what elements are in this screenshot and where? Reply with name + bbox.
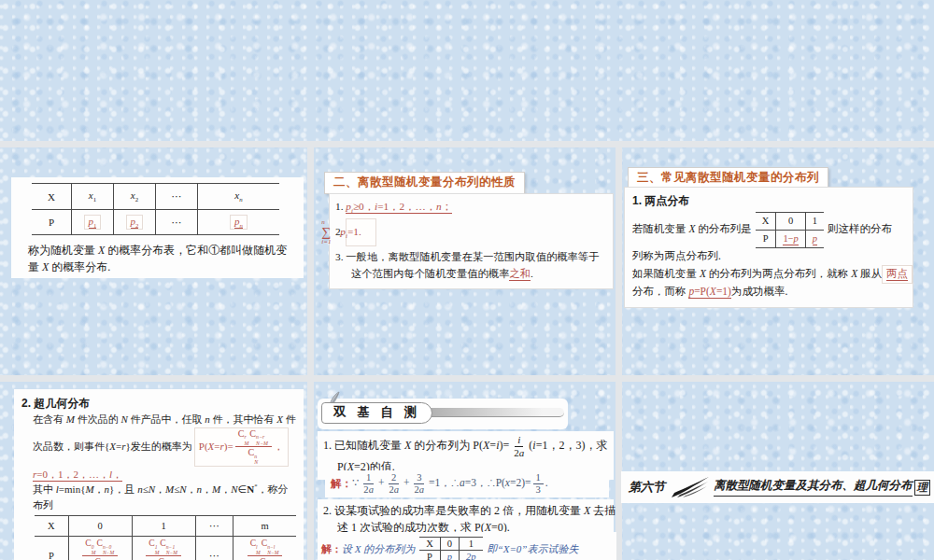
section-number: 第六节 [629, 479, 665, 496]
table-cell: 0 [68, 516, 132, 537]
table-cell: pn [198, 210, 280, 235]
table-cell: p [805, 230, 824, 247]
distribution-table: X x1 x2 ⋯ xn P p1 p2 ⋯ pn [32, 183, 279, 235]
text-line: 其中 l=min{M，n}，且 n≤N，M≤N，n，M，N∈N*，称分 [21, 482, 296, 497]
solution-table: X 0 1 P p 2p [419, 537, 482, 560]
text-line: 则这样的分布 [828, 221, 892, 238]
solution-body: ∵12a+22a+32a=1，∴a=3，∴P(x=2)=13. [352, 472, 548, 496]
solution-body: 即“X=0”表示试验失 [488, 542, 579, 556]
table-cell: ClMCn−lN−MCnN [234, 537, 296, 560]
table-cell: P [35, 537, 68, 560]
text-line: r=0，1，2，…，l， [21, 467, 296, 483]
horizontal-divider [0, 141, 934, 147]
solution-2: 解： 设 X 的分布列为 X 0 1 P p 2p 即“X=0”表示试验失 [318, 532, 616, 560]
subject-tag: 理 [914, 480, 931, 496]
table-caption: 称为随机变量 X 的概率分布表，它和①都叫做随机变量 X 的概率分布. [28, 242, 296, 275]
swoosh-icon [671, 476, 710, 498]
vertical-divider [307, 141, 314, 560]
table-cell: m [234, 516, 296, 537]
table-cell: 1 [460, 538, 483, 551]
table-cell: p1 [72, 210, 114, 235]
table-cell: X [756, 212, 776, 230]
table-cell: 1 [805, 212, 824, 230]
subsection-title: 1. 两点分布 [632, 192, 905, 210]
item-text: pi≥0，i=1，2，…，n； [346, 201, 452, 214]
table-cell: x1 [72, 184, 114, 210]
table-cell: 1−p [776, 230, 805, 247]
table-cell: P [32, 210, 72, 235]
table-cell: ⋯ [156, 210, 198, 235]
item-number: 3. [335, 251, 343, 262]
item-text: 一般地，离散型随机变量在某一范围内取值的概率等于这个范围内每个随机变量值的概率之… [346, 251, 599, 281]
property-item: 2. n∑i=1pi=1. [335, 218, 607, 246]
banner-title: 双 基 自 测 [321, 402, 432, 424]
horizontal-divider [0, 375, 934, 382]
table-cell: C1MCn−1N−MCnN [132, 537, 195, 560]
table-cell: X [32, 184, 72, 210]
slide-handout-page: X x1 x2 ⋯ xn P p1 p2 ⋯ pn 称为随机变量 X 的概率分布… [0, 0, 934, 560]
text-segment: 次品数，则事件{X=r}发生的概率为 [33, 439, 192, 455]
table-cell: X [35, 516, 68, 537]
table-cell: ⋯ [156, 184, 198, 210]
section-title-strip: 第六节 离散型随机变量及其分布、超几何分布 理 [621, 471, 934, 503]
solution-text: 解： ∵12a+22a+32a=1，∴a=3，∴P(x=2)=13. [331, 472, 603, 496]
chapter-title: 离散型随机变量及其分布、超几何分布 [714, 478, 913, 497]
table-cell: P [419, 551, 440, 560]
self-test-banner: 双 基 自 测 [318, 399, 568, 429]
item-number: 1. [335, 201, 343, 212]
table-cell: X [419, 538, 440, 551]
two-point-table: X 0 1 P 1−p p [756, 212, 824, 249]
text-line: 分布，而称 p=P(X=1)为成功概率. [632, 284, 905, 301]
text-line: 如果随机变量 X 的分布列为两点分布列，就称 X 服从两点 [632, 265, 905, 284]
solution-1: 解： ∵12a+22a+32a=1，∴a=3，∴P(x=2)=13. [325, 470, 609, 497]
solution-text: 解： 设 X 的分布列为 X 0 1 P p 2p 即“X=0”表示试验失 [321, 535, 613, 560]
table-cell: 0 [440, 538, 459, 551]
table-cell: p2 [114, 210, 156, 235]
table-cell: ⋯ [195, 516, 233, 537]
table-cell: 1 [132, 516, 195, 537]
text-line: 布列 [21, 497, 296, 513]
section-header-properties: 二、离散型随机变量分布列的性质 [324, 172, 525, 194]
solution-body: 设 X 的分布列为 [342, 542, 415, 556]
problem-text: 1. 已知随机变量 X 的分布列为 P(X=i)=i2a(i=1，2，3)，求 [323, 434, 608, 458]
table-cell: xn [198, 184, 280, 210]
banner-swoosh-bar [420, 408, 564, 417]
panel-hypergeometric: 2. 超几何分布 在含有 M 件次品的 N 件产品中，任取 n 件，其中恰有 X… [14, 389, 304, 560]
text-line: 次品数，则事件{X=r}发生的概率为 P(X=r)=CrMCn−rN−MCnN， [21, 427, 296, 467]
table-cell: P [756, 230, 776, 247]
solution-label: 解： [321, 542, 342, 556]
two-point-row: 若随机变量 X 的分布列是 X 0 1 P 1−p p 则这样的分布 [632, 212, 905, 249]
table-cell: x2 [114, 184, 156, 210]
solution-label: 解： [331, 477, 352, 491]
panel-two-point: 1. 两点分布 若随机变量 X 的分布列是 X 0 1 P 1−p p 则这样的… [624, 187, 913, 308]
hypergeometric-table: X 0 1 ⋯ m P C0MCn−0N−MCnN C1MCn−1N−MCnN … [35, 515, 296, 560]
property-item: 1. pi≥0，i=1，2，…，n； [335, 199, 607, 217]
text-line: 若随机变量 X 的分布列是 [632, 221, 752, 238]
item-text: n∑i=1pi=1. [346, 218, 375, 246]
problem-text: 2. 设某项试验的成功率是失败率的 2 倍，用随机变量 X 去描 [323, 502, 608, 519]
subsection-title: 2. 超几何分布 [21, 395, 296, 412]
property-item: 3. 一般地，离散型随机变量在某一范围内取值的概率等于这个范围内每个随机变量值的… [335, 249, 607, 282]
table-cell: ⋯ [195, 537, 233, 560]
panel-properties: 1. pi≥0，i=1，2，…，n； 2. n∑i=1pi=1. 3. 一般地，… [329, 193, 614, 289]
table-cell: 2p [460, 551, 483, 560]
panel-distribution-table: X x1 x2 ⋯ xn P p1 p2 ⋯ pn 称为随机变量 X 的概率分布… [11, 177, 304, 278]
table-cell: p [440, 551, 459, 560]
table-cell: 0 [776, 212, 805, 230]
text-line: 在含有 M 件次品的 N 件产品中，任取 n 件，其中恰有 X 件 [21, 412, 296, 427]
text-line: 列称为两点分布列. [632, 248, 905, 265]
table-cell: C0MCn−0N−MCnN [68, 537, 132, 560]
hypergeometric-formula: P(X=r)=CrMCn−rN−MCnN， [194, 427, 289, 467]
